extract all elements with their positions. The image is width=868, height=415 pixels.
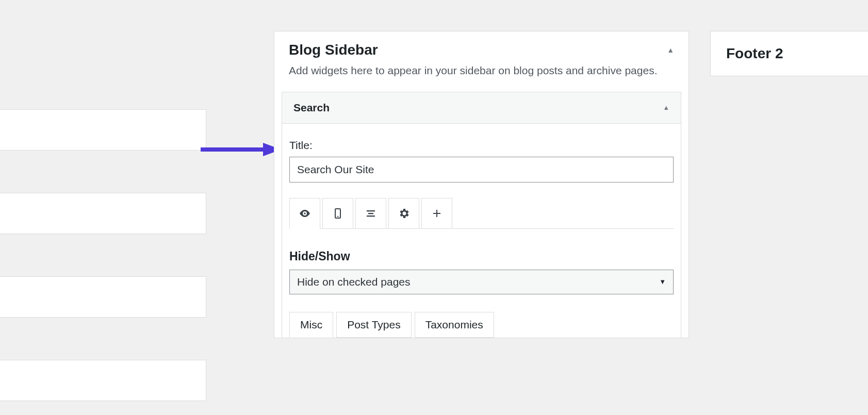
caret-up-icon: ▲ (667, 46, 674, 54)
available-widget-item[interactable] (0, 193, 206, 234)
hide-show-select[interactable]: Hide on checked pages ▼ (289, 270, 674, 294)
sidebar-area-description: Add widgets here to appear in your sideb… (274, 62, 689, 92)
sidebar-area-title: Blog Sidebar (289, 42, 378, 58)
tab-alignment[interactable] (355, 198, 386, 229)
gear-icon (398, 207, 410, 220)
available-widget-desc: e gallery. (0, 328, 206, 340)
caret-up-icon: ▲ (663, 104, 669, 111)
svg-rect-6 (367, 215, 375, 217)
available-widget-desc: player. (0, 161, 206, 173)
svg-rect-8 (433, 213, 440, 214)
hide-show-section: Hide/Show Hide on checked pages ▼ Misc P… (289, 229, 674, 338)
svg-rect-3 (337, 216, 339, 217)
tab-add[interactable] (421, 198, 452, 229)
sidebar-area-header[interactable]: Blog Sidebar ▲ (274, 31, 689, 62)
widget-name: Search (293, 102, 330, 114)
hide-show-header: Hide/Show (289, 250, 674, 263)
available-widget-item[interactable] (0, 276, 206, 318)
mobile-icon (332, 207, 344, 220)
title-input[interactable] (289, 157, 674, 182)
hide-show-value: Hide on checked pages (297, 276, 411, 288)
widget-body: Title: (282, 124, 681, 338)
tab-visibility[interactable] (289, 198, 320, 229)
sidebar-area-title: Footer 2 (726, 45, 783, 62)
svg-rect-5 (368, 213, 373, 214)
tab-post-types[interactable]: Post Types (336, 312, 412, 338)
icon-tab-row (289, 198, 674, 229)
align-icon (365, 207, 377, 220)
tab-underline (289, 228, 674, 229)
sidebar-area-blog-sidebar: Blog Sidebar ▲ Add widgets here to appea… (274, 31, 689, 338)
annotation-arrow (199, 141, 281, 158)
plus-icon (431, 207, 443, 220)
svg-rect-4 (367, 210, 375, 211)
widget-header[interactable]: Search ▲ (282, 92, 681, 124)
tab-devices[interactable] (322, 198, 353, 229)
tab-settings[interactable] (388, 198, 419, 229)
available-widget-desc: n of categories. (0, 244, 206, 257)
available-widgets-desc-fragment: d delete its settings, drag it back. (0, 70, 206, 86)
available-widget-item[interactable] (0, 360, 206, 401)
available-widgets-column: d delete its settings, drag it back. pla… (0, 70, 206, 411)
widget-search: Search ▲ Title: (282, 92, 681, 338)
sidebar-area-footer-2[interactable]: Footer 2 (710, 31, 868, 76)
context-tabs: Misc Post Types Taxonomies (289, 312, 674, 338)
caret-down-icon: ▼ (659, 278, 666, 286)
tab-misc[interactable]: Misc (289, 312, 333, 338)
eye-icon (299, 207, 311, 220)
available-widget-item[interactable] (0, 109, 206, 151)
title-label: Title: (289, 139, 674, 152)
tab-taxonomies[interactable]: Taxonomies (415, 312, 494, 338)
